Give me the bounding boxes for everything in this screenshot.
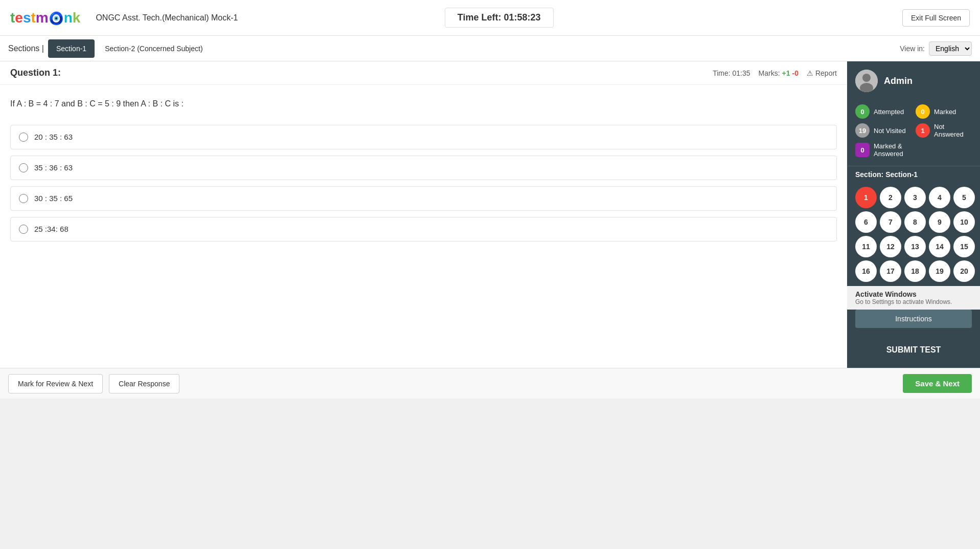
option-label-2: 35 : 36 : 63 bbox=[34, 163, 73, 172]
question-num-13[interactable]: 13 bbox=[904, 236, 926, 257]
status-label: Marked bbox=[934, 108, 956, 116]
status-badge: 19 bbox=[855, 123, 870, 138]
status-item-marked: 0Marked bbox=[916, 104, 972, 119]
marks-positive: +1 bbox=[782, 69, 790, 77]
view-in: View in: English bbox=[900, 41, 972, 56]
exit-fullscreen-button[interactable]: Exit Full Screen bbox=[902, 9, 970, 27]
status-grid: 0Attempted0Marked19Not Visited1Not Answe… bbox=[847, 100, 980, 166]
submit-section: SUBMIT TEST bbox=[847, 332, 980, 368]
save-next-button[interactable]: Save & Next bbox=[903, 374, 972, 393]
marks-negative: -0 bbox=[792, 69, 799, 77]
option-label-4: 25 :34: 68 bbox=[34, 225, 69, 233]
option-4[interactable]: 25 :34: 68 bbox=[10, 217, 837, 241]
report-icon: ⚠ bbox=[807, 69, 813, 77]
status-item-not-visited: 19Not Visited bbox=[855, 123, 911, 138]
question-area: Question 1: Time: 01:35 Marks: +1 -0 ⚠ R… bbox=[0, 61, 847, 368]
question-content: If A : B = 4 : 7 and B : C = 5 : 9 then … bbox=[0, 85, 847, 368]
question-num-19[interactable]: 19 bbox=[929, 260, 950, 282]
time-display: Time: 01:35 bbox=[713, 69, 750, 77]
question-num-1[interactable]: 1 bbox=[855, 187, 877, 208]
clear-response-button[interactable]: Clear Response bbox=[109, 374, 179, 393]
timer: Time Left: 01:58:23 bbox=[445, 8, 554, 28]
mark-review-button[interactable]: Mark for Review & Next bbox=[8, 374, 103, 393]
section-name: Section-1 bbox=[885, 170, 918, 179]
question-meta: Time: 01:35 Marks: +1 -0 ⚠ Report bbox=[713, 69, 837, 77]
activate-windows-notice: Activate Windows Go to Settings to activ… bbox=[847, 286, 980, 310]
question-num-5[interactable]: 5 bbox=[953, 187, 975, 208]
logo-e: e bbox=[15, 10, 23, 26]
section2-tab[interactable]: Section-2 (Concerned Subject) bbox=[97, 39, 211, 58]
sidebar: Admin 0Attempted0Marked19Not Visited1Not… bbox=[847, 61, 980, 368]
logo-k: k bbox=[73, 10, 81, 26]
status-label: Not Visited bbox=[874, 127, 906, 135]
question-text: If A : B = 4 : 7 and B : C = 5 : 9 then … bbox=[10, 97, 837, 111]
question-num-20[interactable]: 20 bbox=[953, 260, 975, 282]
profile-section: Admin bbox=[847, 61, 980, 100]
status-item-marked-&-answered: 0Marked & Answered bbox=[855, 142, 911, 158]
exam-title: ONGC Asst. Tech.(Mechanical) Mock-1 bbox=[96, 13, 434, 23]
option-label-1: 20 : 35 : 63 bbox=[34, 133, 73, 141]
status-badge: 1 bbox=[916, 123, 930, 138]
submit-test-button[interactable]: SUBMIT TEST bbox=[855, 338, 972, 362]
question-num-16[interactable]: 16 bbox=[855, 260, 877, 282]
question-num-18[interactable]: 18 bbox=[904, 260, 926, 282]
activate-body: Go to Settings to activate Windows. bbox=[855, 298, 972, 305]
footer-left: Mark for Review & Next Clear Response bbox=[8, 374, 179, 393]
question-num-7[interactable]: 7 bbox=[880, 211, 901, 233]
footer-right: Save & Next bbox=[903, 374, 972, 393]
content-wrapper: Question 1: Time: 01:35 Marks: +1 -0 ⚠ R… bbox=[0, 61, 980, 368]
status-label: Marked & Answered bbox=[874, 142, 911, 158]
question-num-3[interactable]: 3 bbox=[904, 187, 926, 208]
report-label: Report bbox=[815, 69, 837, 77]
question-num-11[interactable]: 11 bbox=[855, 236, 877, 257]
activate-title: Activate Windows bbox=[855, 290, 972, 298]
section-label-text: Section: bbox=[855, 170, 883, 179]
logo-s: s bbox=[23, 10, 31, 26]
footer: Mark for Review & Next Clear Response Sa… bbox=[0, 368, 980, 399]
sections-label: Sections | bbox=[8, 44, 44, 53]
status-badge: 0 bbox=[855, 143, 870, 157]
question-grid: 1234567891011121314151617181920 bbox=[847, 183, 980, 286]
radio-2[interactable] bbox=[19, 163, 28, 172]
logo-t2: t bbox=[31, 10, 35, 26]
option-1[interactable]: 20 : 35 : 63 bbox=[10, 125, 837, 149]
logo-t: t bbox=[10, 10, 15, 26]
question-num-8[interactable]: 8 bbox=[904, 211, 926, 233]
question-num-15[interactable]: 15 bbox=[953, 236, 975, 257]
question-num-9[interactable]: 9 bbox=[929, 211, 950, 233]
question-header: Question 1: Time: 01:35 Marks: +1 -0 ⚠ R… bbox=[0, 61, 847, 85]
nav-bar: Sections | Section-1 Section-2 (Concerne… bbox=[0, 36, 980, 61]
question-num-14[interactable]: 14 bbox=[929, 236, 950, 257]
question-num-17[interactable]: 17 bbox=[880, 260, 901, 282]
section1-tab[interactable]: Section-1 bbox=[48, 39, 95, 58]
option-2[interactable]: 35 : 36 : 63 bbox=[10, 156, 837, 180]
status-item-not-answered: 1Not Answered bbox=[916, 123, 972, 138]
language-select[interactable]: English bbox=[929, 41, 972, 56]
status-badge: 0 bbox=[916, 104, 930, 119]
option-label-3: 30 : 35 : 65 bbox=[34, 194, 73, 203]
options-container: 20 : 35 : 6335 : 36 : 6330 : 35 : 6525 :… bbox=[10, 125, 837, 241]
radio-4[interactable] bbox=[19, 225, 28, 234]
question-num-4[interactable]: 4 bbox=[929, 187, 950, 208]
status-item-attempted: 0Attempted bbox=[855, 104, 911, 119]
question-num-10[interactable]: 10 bbox=[953, 211, 975, 233]
logo: testm🧿nk bbox=[10, 10, 80, 26]
view-in-label: View in: bbox=[900, 45, 925, 53]
status-badge: 0 bbox=[855, 104, 870, 119]
logo-n: n bbox=[64, 10, 73, 26]
instructions-button[interactable]: Instructions bbox=[855, 310, 972, 328]
report-button[interactable]: ⚠ Report bbox=[807, 69, 837, 77]
svg-point-1 bbox=[862, 74, 871, 82]
question-num-2[interactable]: 2 bbox=[880, 187, 901, 208]
question-title: Question 1: bbox=[10, 68, 61, 78]
logo-m: m bbox=[36, 10, 49, 26]
admin-name: Admin bbox=[884, 76, 913, 86]
marks-badge: Marks: +1 -0 bbox=[759, 69, 799, 77]
radio-1[interactable] bbox=[19, 133, 28, 142]
option-3[interactable]: 30 : 35 : 65 bbox=[10, 186, 837, 211]
question-num-6[interactable]: 6 bbox=[855, 211, 877, 233]
question-num-12[interactable]: 12 bbox=[880, 236, 901, 257]
radio-3[interactable] bbox=[19, 194, 28, 203]
status-label: Not Answered bbox=[934, 123, 972, 138]
status-label: Attempted bbox=[874, 108, 904, 116]
